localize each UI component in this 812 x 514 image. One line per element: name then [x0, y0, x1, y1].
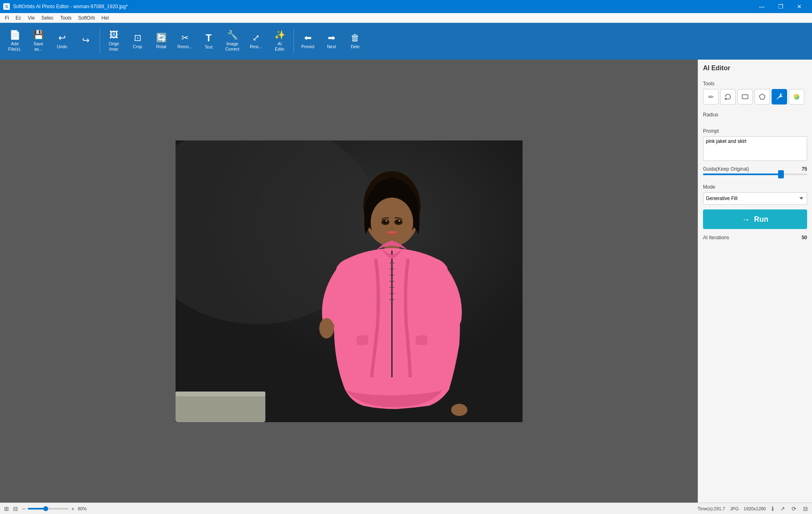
status-right: Time(s):291.7 JPG 1920x1280 ℹ ↗ ⟳ ⊟ [698, 505, 809, 513]
svg-point-18 [319, 318, 334, 338]
crop-label: Crop [133, 44, 142, 49]
canvas-area [0, 60, 698, 503]
svg-line-31 [781, 94, 782, 95]
menu-help[interactable]: Hel [98, 13, 112, 22]
right-panel: AI Editor Tools ✏ [698, 60, 812, 503]
menu-file[interactable]: Fi [2, 13, 12, 22]
share-button[interactable]: ↗ [779, 505, 786, 513]
redo-icon: ↪ [82, 36, 89, 45]
resize-label: Resi... [250, 44, 262, 49]
mode-select[interactable]: Generative Fill Inpainting Outpainting [703, 192, 807, 205]
close-button[interactable]: ✕ [790, 0, 809, 13]
minimize-button[interactable]: — [752, 0, 771, 13]
svg-rect-21 [176, 392, 265, 396]
prompt-section: Prompt [703, 124, 807, 162]
zoom-slider-fill [28, 508, 44, 510]
guidance-slider[interactable] [703, 174, 807, 175]
add-files-button[interactable]: 📄 Add File(s). [3, 25, 26, 58]
magic-wand-tool[interactable] [772, 89, 787, 105]
color-tool[interactable] [789, 89, 804, 105]
radius-section: Radius [703, 108, 807, 120]
svg-point-28 [390, 227, 394, 229]
previous-button[interactable]: ⬅ Previol [296, 25, 319, 58]
next-button[interactable]: ➡ Next [320, 25, 343, 58]
remove-label: Remo... [178, 44, 193, 49]
coordinates-display: Time(s):291.7 [698, 506, 725, 511]
image-correction-icon: 🔧 [227, 31, 238, 40]
menu-select[interactable]: Selec [38, 13, 57, 22]
resize-button[interactable]: ⤢ Resi... [245, 25, 267, 58]
radius-label: Radius [703, 112, 807, 118]
zoom-in-button[interactable]: + [70, 505, 75, 513]
menu-edit[interactable]: Ec [12, 13, 24, 22]
lasso-tool[interactable] [720, 89, 736, 105]
menu-tools[interactable]: Tools [57, 13, 75, 22]
status-left: ⊞ ⊟ − + 80% [3, 505, 87, 513]
zoom-actual-button[interactable]: ⊟ [12, 505, 19, 513]
tools-row: ✏ [703, 89, 807, 105]
tools-label: Tools [703, 81, 807, 87]
run-arrow-icon: → [742, 215, 750, 224]
menu-bar: Fi Ec Vie Selec Tools SoftOrb Hel [0, 13, 812, 23]
svg-point-34 [794, 94, 799, 100]
rotate-button[interactable]: 🔄 Rotat [150, 25, 173, 58]
menu-view[interactable]: Vie [24, 13, 38, 22]
zoom-slider[interactable] [28, 508, 69, 510]
image-correction-button[interactable]: 🔧 Image Correct [221, 25, 244, 58]
remove-button[interactable]: ✂ Remo... [174, 25, 196, 58]
panel-title: AI Editor [703, 65, 807, 72]
info-button[interactable]: ℹ [771, 505, 774, 513]
menu-softorb[interactable]: SoftOrb [75, 13, 98, 22]
iterations-label: AI Iterations [703, 235, 729, 240]
format-display: JPG [730, 506, 739, 511]
run-label: Run [754, 215, 768, 224]
zoom-out-button[interactable]: − [21, 505, 26, 513]
delete-button[interactable]: 🗑 Dele [344, 25, 367, 58]
app-icon: S [3, 3, 10, 10]
redo-button[interactable]: ↪ [74, 25, 97, 58]
prompt-input[interactable] [703, 136, 807, 161]
svg-point-6 [371, 198, 413, 247]
undo-icon: ↩ [58, 33, 66, 42]
slider-thumb[interactable] [778, 170, 784, 178]
slider-fill [703, 174, 781, 175]
window-controls: — ❐ ✕ [752, 0, 809, 13]
run-button[interactable]: → Run [703, 209, 807, 229]
status-bar: ⊞ ⊟ − + 80% Time(s):291.7 JPG 1920x1280 … [0, 503, 812, 514]
ai-editor-button[interactable]: ✨ AI Editc [268, 25, 291, 58]
zoom-value: 80% [78, 506, 87, 511]
add-files-icon: 📄 [9, 31, 20, 40]
text-label: Text [205, 45, 212, 50]
polygon-tool[interactable] [754, 89, 770, 105]
ai-editor-label: AI Editc [275, 41, 284, 51]
svg-rect-20 [176, 394, 265, 422]
original-image-button[interactable]: 🖼 Origir Imac [102, 25, 125, 58]
crop-icon: ⊡ [134, 33, 141, 42]
svg-point-26 [385, 220, 387, 222]
undo-button[interactable]: ↩ Undo [51, 25, 73, 58]
add-files-label: Add File(s). [8, 41, 21, 51]
original-image-icon: 🖼 [109, 31, 118, 40]
zoom-controls: − + [21, 505, 75, 513]
undo-label: Undo [57, 44, 67, 49]
zoom-fit-button[interactable]: ⊞ [3, 505, 10, 513]
save-as-button[interactable]: 💾 Save as... [27, 25, 50, 58]
main-area: AI Editor Tools ✏ [0, 60, 812, 503]
refresh-button[interactable]: ⟳ [791, 505, 797, 513]
brush-tool[interactable]: ✏ [703, 89, 719, 105]
delete-icon: 🗑 [351, 33, 360, 42]
photo-svg [176, 140, 523, 422]
zoom-slider-thumb [43, 506, 48, 511]
settings-button[interactable]: ⊟ [802, 505, 809, 513]
next-icon: ➡ [328, 33, 335, 42]
rect-tool[interactable] [737, 89, 753, 105]
resize-icon: ⤢ [252, 33, 260, 42]
maximize-button[interactable]: ❐ [771, 0, 790, 13]
guidance-label: Guida(Keep Original) [703, 166, 749, 172]
next-label: Next [327, 44, 336, 49]
mode-section: Mode Generative Fill Inpainting Outpaint… [703, 180, 807, 205]
crop-button[interactable]: ⊡ Crop [126, 25, 149, 58]
text-button[interactable]: T Text [197, 25, 220, 58]
rotate-label: Rotat [156, 44, 166, 49]
ai-editor-icon: ✨ [274, 31, 285, 40]
